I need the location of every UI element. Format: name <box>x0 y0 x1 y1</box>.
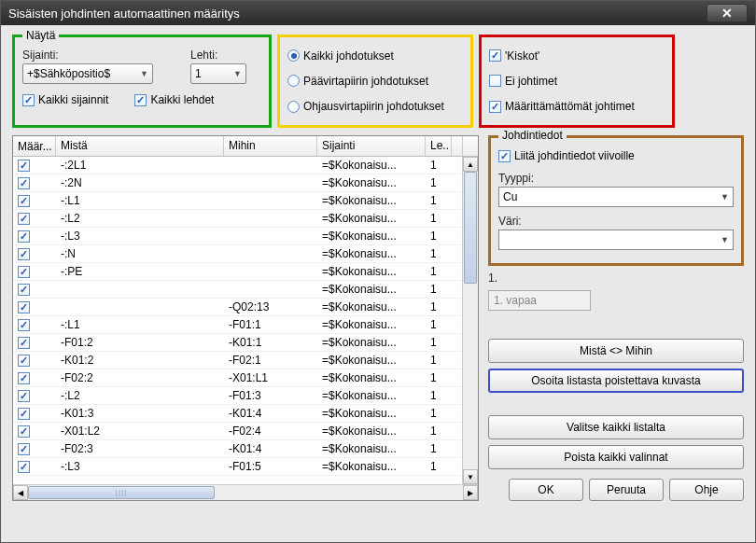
row-checkbox[interactable] <box>18 213 30 225</box>
cell-loc: =$Kokonaisu... <box>317 282 426 297</box>
show-panel: Näytä Sijainti: +$Sähköpositio$ ▼ Lehti:… <box>12 35 272 128</box>
cell-from: -:2L1 <box>56 158 224 173</box>
remove-from-list-button[interactable]: Osoita listasta poistettava kuvasta <box>488 369 744 393</box>
cell-loc: =$Kokonaisu... <box>317 317 426 332</box>
cell-from: -:2N <box>56 175 224 190</box>
location-select[interactable]: +$Sähköpositio$ ▼ <box>22 63 153 84</box>
deselect-all-button[interactable]: Poista kaikki valinnat <box>488 445 744 469</box>
undefined-wires-label: Määrittämättömät johtimet <box>505 100 635 113</box>
row-checkbox[interactable] <box>18 372 30 384</box>
row-checkbox[interactable] <box>18 408 30 420</box>
row-checkbox[interactable] <box>18 443 30 455</box>
row-checkbox[interactable] <box>18 425 30 438</box>
all-locations-checkbox[interactable] <box>22 94 35 106</box>
cell-from: -:L2 <box>56 388 224 403</box>
busbars-checkbox[interactable] <box>489 49 501 62</box>
first-free-input[interactable]: 1. vapaa <box>488 290 591 311</box>
row-checkbox[interactable] <box>18 248 30 260</box>
col-from[interactable]: Mistä <box>56 136 224 156</box>
table-row[interactable]: =$Kokonaisu...1 <box>13 281 478 299</box>
row-checkbox[interactable] <box>18 230 30 243</box>
no-wires-checkbox[interactable] <box>489 75 501 87</box>
help-button[interactable]: Ohje <box>669 479 744 501</box>
row-checkbox[interactable] <box>18 177 30 189</box>
col-def[interactable]: Määr... <box>13 136 56 156</box>
col-sheet[interactable]: Le.. <box>426 136 452 156</box>
row-checkbox[interactable] <box>18 266 30 278</box>
scroll-up-icon[interactable]: ▲ <box>463 157 478 172</box>
col-loc[interactable]: Sijainti <box>317 136 426 156</box>
vertical-scrollbar[interactable]: ▲ ▼ <box>462 157 478 484</box>
attach-wireinfo-checkbox[interactable] <box>498 150 511 162</box>
scroll-thumb[interactable] <box>464 172 477 284</box>
table-row[interactable]: -:L1=$Kokonaisu...1 <box>13 192 478 210</box>
scroll-left-icon[interactable]: ◀ <box>13 485 28 500</box>
table-row[interactable]: -:2N=$Kokonaisu...1 <box>13 174 478 192</box>
options-panel: 'Kiskot' Ei johtimet Määrittämättömät jo… <box>479 35 675 128</box>
row-checkbox[interactable] <box>18 355 30 367</box>
cell-loc: =$Kokonaisu... <box>317 353 426 368</box>
wireinfo-legend: Johdintiedot <box>498 129 567 142</box>
cell-loc: =$Kokonaisu... <box>317 158 426 173</box>
num-label: 1. <box>488 272 744 285</box>
row-checkbox[interactable] <box>18 284 30 296</box>
table-row[interactable]: -:L3-F01:5=$Kokonaisu...1 <box>13 458 478 476</box>
table-row[interactable]: -F02:2-X01:L1=$Kokonaisu...1 <box>13 369 478 387</box>
all-sheets-checkbox[interactable] <box>134 94 147 106</box>
cell-sheet: 1 <box>426 158 452 173</box>
all-wirings-radio[interactable] <box>287 49 300 62</box>
cancel-button[interactable]: Peruuta <box>589 479 664 501</box>
table-row[interactable]: -:L2-F01:3=$Kokonaisu...1 <box>13 387 478 405</box>
table-row[interactable]: -X01:L2-F02:4=$Kokonaisu...1 <box>13 423 478 440</box>
row-checkbox[interactable] <box>18 319 30 331</box>
scroll-right-icon[interactable]: ▶ <box>463 485 478 500</box>
cell-sheet: 1 <box>426 370 452 385</box>
sheet-select[interactable]: 1 ▼ <box>190 63 246 84</box>
wire-info-panel: Johdintiedot Liitä johdintiedot viivoill… <box>488 135 744 266</box>
cell-to <box>224 235 317 237</box>
col-to[interactable]: Mihin <box>224 136 317 156</box>
close-button[interactable]: ✕ <box>707 4 748 22</box>
table-row[interactable]: -:PE=$Kokonaisu...1 <box>13 263 478 281</box>
row-checkbox[interactable] <box>18 160 30 172</box>
cell-from: -X01:L2 <box>56 424 224 439</box>
table-row[interactable]: -:L1-F01:1=$Kokonaisu...1 <box>13 316 478 334</box>
table-row[interactable]: -K01:2-F02:1=$Kokonaisu...1 <box>13 352 478 369</box>
cell-from <box>56 306 224 308</box>
table-body[interactable]: -:2L1=$Kokonaisu...1-:2N=$Kokonaisu...1-… <box>13 157 478 484</box>
sheet-value: 1 <box>195 67 202 80</box>
cell-from: -:N <box>56 246 224 261</box>
cell-to: -F01:5 <box>224 459 317 474</box>
table-row[interactable]: -:L3=$Kokonaisu...1 <box>13 228 478 245</box>
undefined-wires-checkbox[interactable] <box>489 101 501 113</box>
table-row[interactable]: -F01:2-K01:1=$Kokonaisu...1 <box>13 334 478 352</box>
control-circuit-radio[interactable] <box>287 101 300 113</box>
main-circuit-radio[interactable] <box>287 75 300 87</box>
cell-loc: =$Kokonaisu... <box>317 193 426 208</box>
ok-button[interactable]: OK <box>509 479 583 501</box>
cell-sheet: 1 <box>426 424 452 439</box>
row-checkbox[interactable] <box>18 195 30 207</box>
table-row[interactable]: -K01:3-K01:4=$Kokonaisu...1 <box>13 405 478 423</box>
row-checkbox[interactable] <box>18 461 30 473</box>
table-row[interactable]: -:N=$Kokonaisu...1 <box>13 245 478 263</box>
table-row[interactable]: -:2L1=$Kokonaisu...1 <box>13 157 478 174</box>
type-select[interactable]: Cu ▼ <box>498 187 734 207</box>
cell-from: -K01:3 <box>56 406 224 421</box>
scroll-thumb-h[interactable] <box>28 486 215 499</box>
cell-loc: =$Kokonaisu... <box>317 388 426 403</box>
scroll-down-icon[interactable]: ▼ <box>463 469 478 484</box>
location-value: +$Sähköpositio$ <box>27 67 110 80</box>
row-checkbox[interactable] <box>18 390 30 402</box>
table-row[interactable]: -F02:3-K01:4=$Kokonaisu...1 <box>13 440 478 458</box>
table-row[interactable]: -:L2=$Kokonaisu...1 <box>13 210 478 228</box>
table-row[interactable]: -Q02:13=$Kokonaisu...1 <box>13 299 478 316</box>
window-title: Sisäisten johdinten automaattinen määrit… <box>8 7 240 21</box>
color-select[interactable]: ▼ <box>498 230 734 250</box>
swap-button[interactable]: Mistä <> Mihin <box>488 339 744 363</box>
row-checkbox[interactable] <box>18 337 30 349</box>
select-all-button[interactable]: Valitse kaikki listalta <box>488 415 744 439</box>
row-checkbox[interactable] <box>18 301 30 313</box>
cell-loc: =$Kokonaisu... <box>317 370 426 385</box>
horizontal-scrollbar[interactable]: ◀ ▶ <box>13 484 478 500</box>
